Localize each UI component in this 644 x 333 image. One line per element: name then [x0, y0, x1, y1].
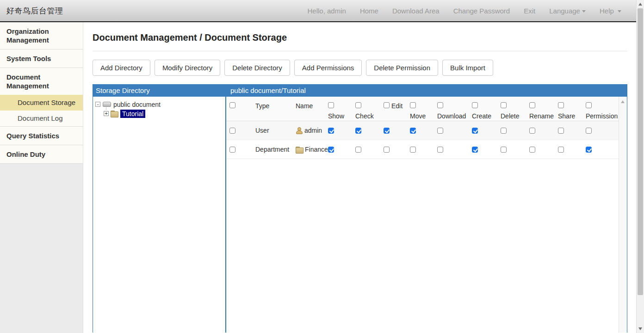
- collapse-expander-icon[interactable]: -: [95, 102, 100, 107]
- perm-download-checkbox[interactable]: [437, 128, 443, 134]
- perm-rename-checkbox[interactable]: [529, 147, 535, 153]
- colhdr-permission-checkbox[interactable]: [586, 102, 592, 108]
- delete-permission-button[interactable]: Delete Permission: [366, 60, 438, 76]
- folder-icon: [296, 147, 303, 153]
- perm-check-checkbox[interactable]: [355, 128, 361, 134]
- perm-cell-check: [352, 140, 380, 159]
- navbar-help-dropdown[interactable]: Help: [600, 7, 621, 15]
- navbar-change-password[interactable]: Change Password: [453, 7, 510, 15]
- folder-icon: [111, 111, 118, 117]
- perm-permission-checkbox[interactable]: [586, 128, 592, 134]
- colhdr-delete-checkbox[interactable]: [501, 102, 507, 108]
- bulk-import-button[interactable]: Bulk Import: [442, 60, 493, 76]
- table-row: Useradmin: [226, 121, 619, 140]
- perm-cell-download: [434, 140, 469, 159]
- colhdr-move-checkbox[interactable]: [410, 102, 416, 108]
- colhdr-download-checkbox[interactable]: [437, 102, 443, 108]
- colhdr-edit-checkbox[interactable]: [384, 102, 390, 108]
- sidebar-item-document-management[interactable]: Document Management: [0, 68, 83, 95]
- column-label-move: Move: [410, 112, 434, 120]
- toolbar: Add Directory Modify Directory Delete Di…: [93, 60, 627, 76]
- navbar-download-area[interactable]: Download Area: [392, 7, 440, 15]
- row-type: Department: [252, 140, 292, 159]
- perm-cell-share: [555, 121, 582, 140]
- perm-download-checkbox[interactable]: [437, 147, 443, 153]
- column-label-rename: Rename: [529, 112, 555, 120]
- perm-create-checkbox[interactable]: [472, 147, 478, 153]
- scroll-down-icon[interactable]: [638, 327, 642, 330]
- navbar-language-dropdown[interactable]: Language: [549, 7, 586, 15]
- sidebar-item-online-duty[interactable]: Online Duty: [0, 145, 83, 164]
- navbar-exit[interactable]: Exit: [524, 7, 535, 15]
- perm-move-checkbox[interactable]: [410, 128, 416, 134]
- directory-tree: - public document + Tutorial: [93, 97, 225, 118]
- perm-share-checkbox[interactable]: [558, 128, 564, 134]
- type-column-header: Type: [252, 97, 292, 121]
- row-select-checkbox[interactable]: [229, 128, 235, 134]
- perm-cell-rename: [526, 121, 555, 140]
- column-header-delete: Delete: [497, 97, 526, 121]
- modify-directory-button[interactable]: Modify Directory: [155, 60, 220, 76]
- storage-directory-header: Storage Directory: [93, 86, 226, 94]
- perm-edit-checkbox[interactable]: [384, 147, 390, 153]
- expand-expander-icon[interactable]: +: [104, 111, 109, 116]
- browser-scrollbar[interactable]: [636, 0, 644, 333]
- panel-scrollbar[interactable]: [619, 97, 627, 333]
- tree-node-tutorial[interactable]: + Tutorial: [104, 109, 225, 118]
- row-select-checkbox[interactable]: [229, 147, 235, 153]
- column-header-edit: Edit: [380, 97, 407, 121]
- sidebar-item-system-tools[interactable]: System Tools: [0, 49, 83, 68]
- colhdr-rename-checkbox[interactable]: [529, 102, 535, 108]
- tree-node-public-document[interactable]: - public document: [95, 100, 225, 109]
- sidebar: Organization Management System Tools Doc…: [0, 22, 83, 333]
- column-header-share: Share: [555, 97, 582, 121]
- sidebar-item-query-statistics[interactable]: Query Statistics: [0, 127, 83, 145]
- select-all-checkbox[interactable]: [229, 102, 235, 108]
- sidebar-group-document-management: Document Management Document Storage Doc…: [0, 68, 83, 127]
- tree-node-label[interactable]: public document: [113, 101, 161, 108]
- directory-tree-pane: - public document + Tutorial: [93, 97, 226, 333]
- scroll-up-icon[interactable]: [638, 3, 642, 6]
- sidebar-item-document-log[interactable]: Document Log: [0, 111, 83, 126]
- column-header-rename: Rename: [526, 97, 555, 121]
- tree-node-label-selected[interactable]: Tutorial: [120, 110, 145, 118]
- sidebar-item-document-storage[interactable]: Document Storage: [0, 95, 83, 111]
- add-permissions-button[interactable]: Add Permissions: [294, 60, 362, 76]
- perm-delete-checkbox[interactable]: [501, 147, 507, 153]
- perm-cell-edit: [380, 140, 407, 159]
- navbar-greeting[interactable]: Hello, admin: [308, 7, 346, 15]
- perm-rename-checkbox[interactable]: [529, 128, 535, 134]
- drive-icon: [103, 102, 111, 107]
- column-label-share: Share: [558, 112, 582, 120]
- column-label-edit: Edit: [391, 102, 402, 110]
- perm-cell-check: [352, 121, 380, 140]
- column-label-create: Create: [472, 112, 497, 120]
- delete-directory-button[interactable]: Delete Directory: [224, 60, 290, 76]
- perm-share-checkbox[interactable]: [558, 147, 564, 153]
- colhdr-show-checkbox[interactable]: [328, 102, 334, 108]
- sidebar-item-organization-management[interactable]: Organization Management: [0, 22, 83, 49]
- perm-permission-checkbox[interactable]: [586, 147, 592, 153]
- scrollbar-thumb[interactable]: [638, 8, 643, 295]
- add-directory-button[interactable]: Add Directory: [93, 60, 150, 76]
- app-title: 好奇鸟后台管理: [6, 6, 63, 16]
- perm-cell-permission: [582, 121, 617, 140]
- perm-cell-delete: [497, 140, 526, 159]
- caret-down-icon: [618, 10, 621, 12]
- perm-cell-download: [434, 121, 469, 140]
- scroll-up-icon[interactable]: [621, 100, 625, 103]
- colhdr-check-checkbox[interactable]: [355, 102, 361, 108]
- colhdr-share-checkbox[interactable]: [558, 102, 564, 108]
- table-row: DepartmentFinance: [226, 140, 619, 159]
- perm-show-checkbox[interactable]: [328, 128, 334, 134]
- colhdr-create-checkbox[interactable]: [472, 102, 478, 108]
- perm-create-checkbox[interactable]: [472, 128, 478, 134]
- perm-check-checkbox[interactable]: [355, 147, 361, 153]
- perm-show-checkbox[interactable]: [328, 147, 334, 153]
- panel-body: - public document + Tutorial: [93, 97, 627, 333]
- perm-delete-checkbox[interactable]: [501, 128, 507, 134]
- column-label-delete: Delete: [501, 112, 526, 120]
- navbar-home[interactable]: Home: [360, 7, 378, 15]
- perm-edit-checkbox[interactable]: [384, 128, 390, 134]
- perm-move-checkbox[interactable]: [410, 147, 416, 153]
